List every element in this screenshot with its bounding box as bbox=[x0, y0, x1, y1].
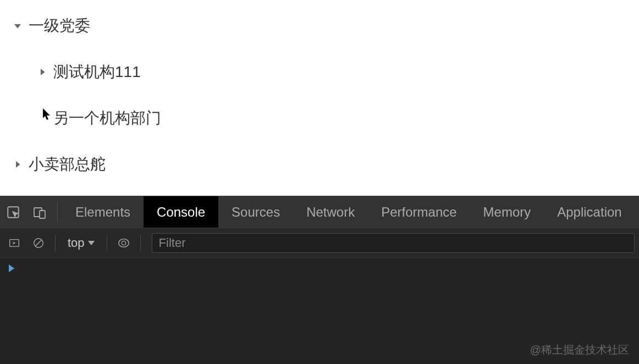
divider bbox=[55, 235, 56, 251]
divider bbox=[107, 235, 107, 251]
inspect-element-button[interactable] bbox=[0, 199, 26, 225]
tree-node-label: 另一个机构部门 bbox=[53, 108, 161, 129]
tree-node-root2[interactable]: 小卖部总舵 bbox=[5, 150, 634, 179]
tab-label: Sources bbox=[232, 205, 280, 220]
tree-node-label: 一级党委 bbox=[29, 15, 90, 36]
devtools-panel: Elements Console Sources Network Perform… bbox=[0, 196, 639, 364]
svg-rect-2 bbox=[40, 211, 45, 218]
chevron-down-icon bbox=[11, 19, 24, 32]
tab-label: Console bbox=[157, 205, 205, 220]
tree-node-c1[interactable]: 测试机构111 bbox=[5, 57, 634, 87]
tree-node-c2[interactable]: 另一个机构部门 bbox=[5, 103, 634, 133]
tree-node-root1[interactable]: 一级党委 bbox=[5, 11, 634, 41]
tab-network[interactable]: Network bbox=[293, 196, 368, 228]
chevron-right-icon bbox=[36, 65, 49, 79]
tab-sources[interactable]: Sources bbox=[218, 196, 293, 228]
tab-performance[interactable]: Performance bbox=[368, 196, 470, 228]
console-output[interactable]: @稀土掘金技术社区 bbox=[0, 258, 639, 364]
device-toggle-button[interactable] bbox=[26, 199, 53, 225]
console-sidebar-toggle[interactable] bbox=[4, 233, 24, 253]
svg-point-5 bbox=[122, 241, 125, 245]
tab-application[interactable]: Application bbox=[544, 196, 635, 228]
prompt-arrow-icon bbox=[9, 264, 14, 272]
divider bbox=[57, 202, 58, 222]
tab-label: Memory bbox=[483, 205, 531, 220]
watermark: @稀土掘金技术社区 bbox=[530, 343, 629, 357]
tab-memory[interactable]: Memory bbox=[470, 196, 544, 228]
tab-label: Network bbox=[306, 205, 355, 220]
tab-label: Performance bbox=[381, 205, 456, 220]
execution-context-select[interactable]: top bbox=[62, 234, 100, 252]
console-prompt[interactable] bbox=[9, 264, 630, 272]
tab-console[interactable]: Console bbox=[144, 196, 218, 228]
devtools-tab-bar: Elements Console Sources Network Perform… bbox=[0, 196, 639, 228]
tab-label: Application bbox=[557, 205, 621, 220]
tree-node-label: 小卖部总舵 bbox=[29, 154, 106, 175]
tree-children-root1: 测试机构111 另一个机构部门 bbox=[5, 57, 634, 133]
divider bbox=[140, 235, 141, 251]
clear-console-button[interactable] bbox=[29, 233, 48, 253]
tree-panel: 一级党委 测试机构111 另一个机构部门 小卖部总舵 bbox=[0, 0, 639, 196]
live-expression-button[interactable] bbox=[114, 233, 134, 253]
console-toolbar: top bbox=[0, 228, 639, 258]
tab-elements[interactable]: Elements bbox=[62, 196, 144, 228]
tab-label: Elements bbox=[75, 205, 130, 220]
chevron-right-icon bbox=[11, 158, 24, 171]
tree-node-label: 测试机构111 bbox=[53, 62, 141, 82]
console-filter-input[interactable] bbox=[152, 233, 635, 253]
caret-down-icon bbox=[88, 241, 95, 245]
context-label: top bbox=[68, 236, 85, 250]
